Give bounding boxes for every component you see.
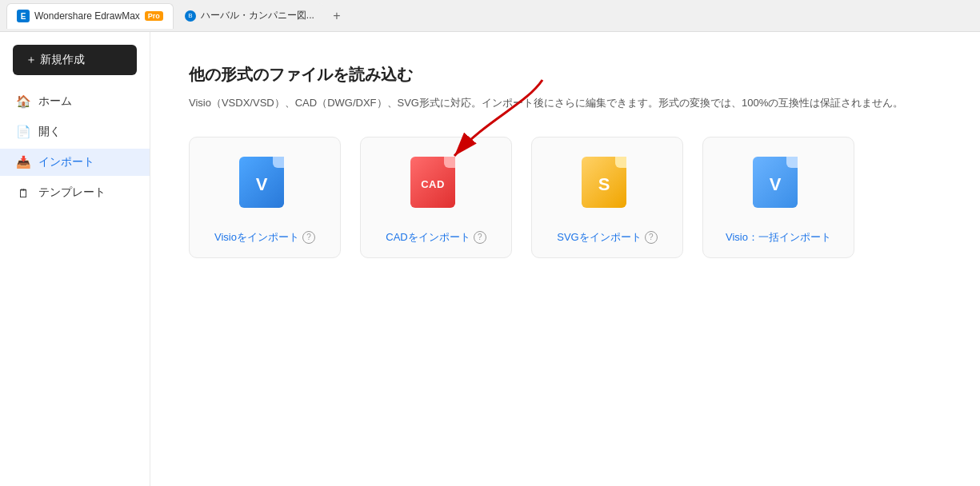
app-container: ＋ 新規作成 🏠 ホーム 📄 開く 📥 インポート 🗒 テンプレート <box>0 32 980 486</box>
sidebar-template-label: テンプレート <box>38 185 106 200</box>
sidebar-import-label: インポート <box>38 155 94 169</box>
tab-edrawmax-label: Wondershare EdrawMax <box>34 10 140 22</box>
tab-herbal[interactable]: B ハーバル・カンパニー図... <box>175 3 324 29</box>
page-title: 他の形式のファイルを読み込む <box>189 64 942 86</box>
visio-batch-import-card[interactable]: V Visio：一括インポート <box>702 137 854 258</box>
svg-card-label: SVGをインポート ? <box>557 230 657 245</box>
new-create-button[interactable]: ＋ 新規作成 <box>13 45 137 75</box>
sidebar-item-open[interactable]: 📄 開く <box>0 118 150 145</box>
cad-import-card[interactable]: CAD CADをインポート ? <box>360 137 512 258</box>
svg-label-text: SVGをインポート <box>557 230 641 245</box>
svg-help-icon[interactable]: ? <box>645 231 658 244</box>
svg-import-card[interactable]: S SVGをインポート ? <box>531 137 683 258</box>
visio-card-icon: V <box>239 157 290 214</box>
template-icon: 🗒 <box>16 185 30 200</box>
sidebar: ＋ 新規作成 🏠 ホーム 📄 開く 📥 インポート 🗒 テンプレート <box>0 32 150 486</box>
sidebar-item-home[interactable]: 🏠 ホーム <box>0 88 150 115</box>
open-icon: 📄 <box>16 125 30 139</box>
visio-batch-card-label: Visio：一括インポート <box>726 230 831 245</box>
new-tab-button[interactable]: + <box>326 5 348 27</box>
sidebar-open-label: 開く <box>38 125 61 139</box>
main-content: 他の形式のファイルを読み込む Visio（VSDX/VSD）、CAD（DWG/D… <box>150 32 980 486</box>
import-icon: 📥 <box>16 155 30 169</box>
visio-doc-icon: V <box>239 157 284 208</box>
sidebar-home-label: ホーム <box>38 94 72 109</box>
visio-batch-label-text: Visio：一括インポート <box>726 230 831 245</box>
visio2-doc-icon: V <box>753 157 798 208</box>
home-icon: 🏠 <box>16 94 30 109</box>
sidebar-item-import[interactable]: 📥 インポート <box>0 149 150 176</box>
page-description: Visio（VSDX/VSD）、CAD（DWG/DXF）、SVG形式に対応。イン… <box>189 95 942 111</box>
svg-card-icon: S <box>582 157 633 214</box>
tab-edrawmax[interactable]: E Wondershare EdrawMax Pro <box>6 3 174 29</box>
visio-label-text: Visioをインポート <box>214 230 299 245</box>
tab-herbal-label: ハーバル・カンパニー図... <box>201 9 314 22</box>
visio-import-card[interactable]: V Visioをインポート ? <box>189 137 341 258</box>
cad-card-label: CADをインポート ? <box>386 230 486 245</box>
visio-doc-letter: V <box>256 174 268 195</box>
svg-doc-icon: S <box>582 157 626 208</box>
sidebar-item-template[interactable]: 🗒 テンプレート <box>0 179 150 206</box>
herbal-tab-icon: B <box>185 10 196 22</box>
edrawmax-icon: E <box>17 10 30 22</box>
visio-card-label: Visioをインポート ? <box>214 230 315 245</box>
cad-help-icon[interactable]: ? <box>474 231 486 244</box>
visio-help-icon[interactable]: ? <box>302 231 315 244</box>
pro-badge: Pro <box>145 11 163 21</box>
tab-area: E Wondershare EdrawMax Pro B ハーバル・カンパニー図… <box>0 0 348 31</box>
cad-card-icon: CAD <box>410 157 462 214</box>
cad-doc-label: CAD <box>421 178 445 190</box>
visio2-doc-letter: V <box>770 174 782 195</box>
visio-batch-card-icon: V <box>753 157 804 214</box>
cad-label-text: CADをインポート <box>386 230 470 245</box>
svg-doc-letter: S <box>598 174 610 195</box>
title-bar: E Wondershare EdrawMax Pro B ハーバル・カンパニー図… <box>0 0 980 32</box>
import-cards-grid: V Visioをインポート ? CAD CADをインポート ? <box>189 137 942 258</box>
cad-doc-icon: CAD <box>410 157 455 208</box>
